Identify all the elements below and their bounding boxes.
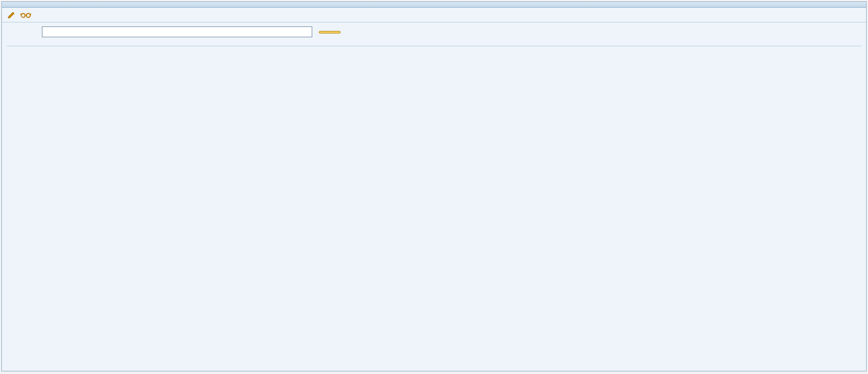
title-bar [2, 2, 866, 8]
edit-icon[interactable] [7, 10, 16, 19]
svg-point-0 [21, 14, 25, 17]
toolbar [2, 8, 866, 23]
footer-separator [7, 46, 861, 46]
column-headers [2, 40, 866, 43]
glasses-icon[interactable] [20, 10, 32, 19]
app-window [1, 1, 867, 371]
command-input[interactable] [42, 26, 312, 37]
command-row [2, 23, 866, 40]
stack-button[interactable] [319, 31, 341, 33]
svg-point-1 [26, 14, 30, 17]
